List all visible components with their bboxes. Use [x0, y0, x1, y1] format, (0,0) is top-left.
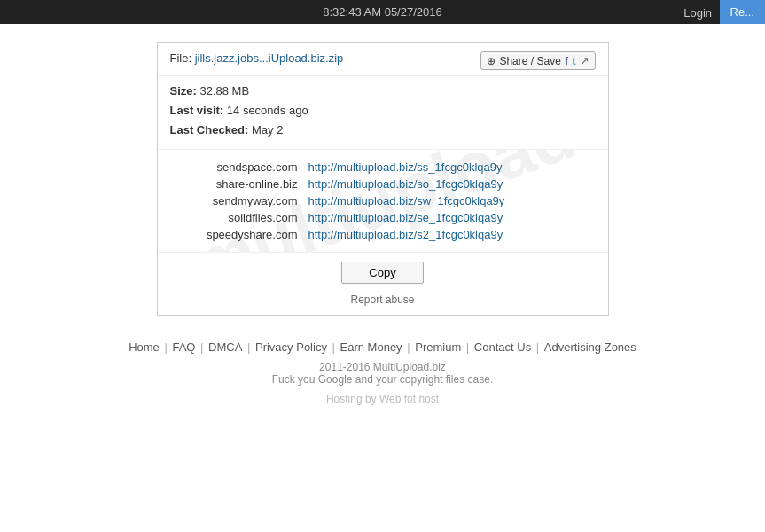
url-cell: http://multiupload.biz/se_1fcgc0klqa9y [303, 209, 596, 226]
download-link[interactable]: http://multiupload.biz/so_1fcgc0klqa9y [308, 177, 503, 191]
table-row: speedyshare.comhttp://multiupload.biz/s2… [170, 226, 596, 243]
nav-separator: | [197, 340, 207, 354]
nav-separator: | [244, 340, 254, 354]
file-header: File: jills.jazz.jobs...iUpload.biz.zip … [158, 43, 608, 76]
file-box: File: jills.jazz.jobs...iUpload.biz.zip … [157, 42, 609, 316]
file-label: File: [170, 51, 192, 65]
register-button[interactable]: Re... [720, 0, 765, 24]
file-name-link[interactable]: jills.jazz.jobs...iUpload.biz.zip [195, 51, 344, 65]
table-row: solidfiles.comhttp://multiupload.biz/se_… [170, 209, 596, 226]
download-link[interactable]: http://multiupload.biz/s2_1fcgc0klqa9y [308, 228, 503, 241]
copy-section: Copy [158, 252, 608, 289]
file-title: File: jills.jazz.jobs...iUpload.biz.zip [170, 51, 344, 65]
footer-nav-item[interactable]: Contact Us [474, 340, 531, 354]
url-cell: http://multiupload.biz/s2_1fcgc0klqa9y [303, 226, 596, 243]
url-cell: http://multiupload.biz/so_1fcgc0klqa9y [303, 176, 596, 192]
footer-nav-item[interactable]: Advertising Zones [544, 340, 636, 354]
share-label: Share / Save [499, 55, 560, 67]
url-cell: http://multiupload.biz/ss_1fcgc0klqa9y [303, 159, 596, 176]
footer-nav-item[interactable]: DMCA [208, 340, 242, 354]
nav-separator: | [533, 340, 543, 354]
footer-nav-item[interactable]: Privacy Policy [255, 340, 327, 354]
last-checked-value: May 2 [252, 123, 283, 137]
host-cell: speedyshare.com [170, 226, 303, 243]
host-cell: share-online.biz [170, 176, 303, 192]
share-save-button[interactable]: ⊕ Share / Save f t ↗ [480, 51, 595, 70]
copyright-text: 2011-2016 MultiUpload.biz [272, 361, 493, 373]
share-area: ⊕ Share / Save f t ↗ [480, 51, 595, 70]
copy-button[interactable]: Copy [341, 262, 423, 284]
footer-nav: Home | FAQ | DMCA | Privacy Policy | Ear… [129, 340, 636, 354]
table-row: sendmyway.comhttp://multiupload.biz/sw_1… [170, 192, 596, 209]
last-visit-label: Last visit: [170, 104, 224, 117]
host-cell: solidfiles.com [170, 209, 303, 226]
share-icon: ⊕ [487, 55, 496, 67]
last-checked-label: Last Checked: [170, 123, 249, 137]
facebook-icon: f [565, 54, 568, 67]
main-content: File: jills.jazz.jobs...iUpload.biz.zip … [0, 24, 765, 405]
size-value: 32.88 MB [199, 84, 249, 98]
links-wrapper: multiupload sendspace.comhttp://multiupl… [158, 149, 608, 252]
footer-nav-item[interactable]: FAQ [172, 340, 195, 354]
footer-copy: 2011-2016 MultiUpload.biz Fuck you Googl… [272, 361, 493, 386]
download-link[interactable]: http://multiupload.biz/sw_1fcgc0klqa9y [308, 194, 505, 207]
download-link[interactable]: http://multiupload.biz/ss_1fcgc0klqa9y [308, 160, 503, 174]
table-row: sendspace.comhttp://multiupload.biz/ss_1… [170, 159, 596, 176]
top-bar: 8:32:43 AM 05/27/2016 Login Re... [0, 0, 765, 24]
nav-separator: | [161, 340, 171, 354]
nav-separator: | [463, 340, 472, 354]
tagline-text: Fuck you Google and your copyright files… [272, 373, 493, 386]
last-visit-value: 14 seconds ago [227, 104, 308, 117]
twitter-icon: t [572, 54, 575, 67]
hosting-text: Hosting by Web fot host [326, 393, 439, 405]
url-cell: http://multiupload.biz/sw_1fcgc0klqa9y [303, 192, 596, 209]
footer-nav-item[interactable]: Earn Money [340, 340, 402, 354]
nav-separator: | [329, 340, 339, 354]
footer-hosting: Hosting by Web fot host [326, 393, 439, 405]
download-link[interactable]: http://multiupload.biz/se_1fcgc0klqa9y [308, 211, 503, 224]
external-icon: ↗ [580, 54, 589, 67]
datetime: 8:32:43 AM 05/27/2016 [323, 5, 441, 19]
links-table: sendspace.comhttp://multiupload.biz/ss_1… [158, 149, 608, 252]
footer-nav-item[interactable]: Premium [415, 340, 461, 354]
size-label: Size: [170, 84, 197, 98]
table-row: share-online.bizhttp://multiupload.biz/s… [170, 176, 596, 192]
nav-separator: | [404, 340, 414, 354]
host-cell: sendspace.com [170, 159, 303, 176]
footer-nav-item[interactable]: Home [129, 340, 160, 354]
host-cell: sendmyway.com [170, 192, 303, 209]
login-button[interactable]: Login [683, 5, 712, 19]
file-meta: Size: 32.88 MB Last visit: 14 seconds ag… [158, 76, 608, 149]
report-abuse-link[interactable]: Report abuse [350, 293, 414, 306]
report-section: Report abuse [158, 289, 608, 315]
